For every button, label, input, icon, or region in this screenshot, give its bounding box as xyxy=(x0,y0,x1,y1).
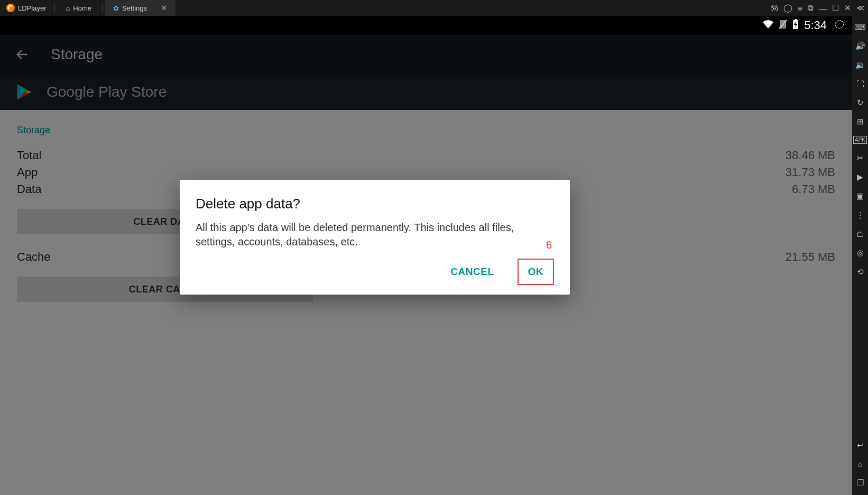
pip-icon[interactable]: ⧉ xyxy=(808,3,814,13)
tab-home[interactable]: ⌂ Home xyxy=(57,0,100,16)
more-icon[interactable]: ⋮ xyxy=(856,210,864,220)
volume-down-icon[interactable]: 🔉 xyxy=(855,60,865,70)
folder-icon[interactable]: 🗀 xyxy=(856,230,864,239)
maximize-icon[interactable]: ☐ xyxy=(832,3,839,13)
settings-cog-icon[interactable] xyxy=(834,19,845,32)
annotation-number: 6 xyxy=(546,239,552,251)
dialog-title: Delete app data? xyxy=(196,196,554,212)
multi-instance-icon[interactable]: ⊞ xyxy=(857,117,864,126)
location-icon[interactable]: ◎ xyxy=(857,248,864,258)
status-clock: 5:34 xyxy=(804,19,827,32)
battery-charging-icon xyxy=(792,19,799,32)
gamepad-icon[interactable]: 🎮︎ xyxy=(770,4,778,13)
tab-home-label: Home xyxy=(73,4,91,12)
titlebar-divider xyxy=(102,4,103,12)
record-icon[interactable]: ▶ xyxy=(857,172,863,182)
gear-icon: ✿ xyxy=(113,4,119,12)
android-back-icon[interactable]: ↩ xyxy=(857,441,864,450)
no-sim-icon xyxy=(779,20,787,32)
tab-settings[interactable]: ✿ Settings ✕ xyxy=(105,0,176,16)
scissors-icon[interactable]: ✂ xyxy=(857,153,864,163)
cancel-button[interactable]: CANCEL xyxy=(441,260,503,284)
dialog-actions: CANCEL OK xyxy=(196,259,554,285)
emulator-surface: Storage Google Play Store Storage Total … xyxy=(0,35,852,495)
svg-point-4 xyxy=(836,20,844,28)
minimize-icon[interactable]: — xyxy=(819,4,827,13)
menu-icon[interactable]: ≡ xyxy=(798,4,802,13)
android-recents-icon[interactable]: ❐ xyxy=(857,478,864,488)
sync-icon[interactable]: ↻ xyxy=(857,98,864,107)
app-name: LDPlayer xyxy=(18,4,46,12)
svg-rect-3 xyxy=(795,19,797,20)
window-controls: 🎮︎ ◯ ≡ ⧉ — ☐ ✕ ≪ xyxy=(770,3,865,13)
android-status-bar: 5:34 xyxy=(0,16,852,35)
delete-app-data-dialog: Delete app data? All this app's data wil… xyxy=(180,180,570,295)
ldplayer-logo-icon xyxy=(6,4,15,12)
app-brand: LDPlayer xyxy=(0,4,52,12)
emulator-side-toolbar: ⌨ 🔊 🔉 ⛶ ↻ ⊞ APK ✂ ▶ ▣ ⋮ 🗀 ◎ ⟲ ↩ ⌂ ❐ xyxy=(852,16,868,495)
titlebar-divider xyxy=(54,4,55,12)
android-home-icon[interactable]: ⌂ xyxy=(857,460,862,469)
screenshot-icon[interactable]: ▣ xyxy=(856,191,864,201)
collapse-toolbar-icon[interactable]: ≪ xyxy=(856,3,865,13)
close-icon[interactable]: ✕ xyxy=(844,3,851,13)
keyboard-icon[interactable]: ⌨ xyxy=(854,22,866,32)
fullscreen-icon[interactable]: ⛶ xyxy=(856,79,864,88)
apk-icon[interactable]: APK xyxy=(853,136,867,144)
dialog-body: All this app's data will be deleted perm… xyxy=(196,221,554,249)
home-icon: ⌂ xyxy=(66,4,70,12)
account-icon[interactable]: ◯ xyxy=(783,3,792,13)
tab-close-icon[interactable]: ✕ xyxy=(161,4,167,12)
volume-up-icon[interactable]: 🔊 xyxy=(855,41,865,51)
tab-settings-label: Settings xyxy=(122,4,147,12)
wifi-icon xyxy=(763,20,773,31)
ok-button[interactable]: OK xyxy=(518,259,555,285)
window-titlebar: LDPlayer ⌂ Home ✿ Settings ✕ 🎮︎ ◯ ≡ ⧉ — … xyxy=(0,0,868,16)
rotate-icon[interactable]: ⟲ xyxy=(857,267,864,277)
